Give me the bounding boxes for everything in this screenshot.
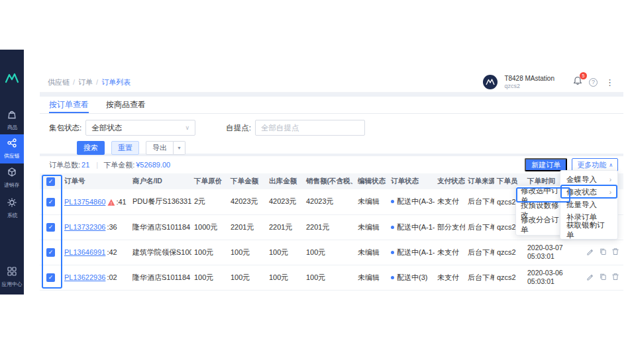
- row-checkbox[interactable]: ✓: [46, 198, 55, 206]
- app-grid-icon: [7, 266, 17, 279]
- sidebar-item-supply-chain[interactable]: 供应链: [0, 134, 24, 163]
- select-all-checkbox[interactable]: ✓: [46, 177, 55, 186]
- header-outbound-amount: 出库金额: [266, 173, 303, 189]
- source-cell: 后台下单: [465, 189, 494, 214]
- warning-icon: !: [107, 199, 115, 206]
- edit-icon[interactable]: [586, 273, 594, 281]
- order-link[interactable]: PL13754860: [64, 198, 105, 206]
- header-sales-amount: 销售额(不含税、运): [303, 173, 355, 189]
- header-merchant: 商户名/ID: [130, 173, 191, 189]
- actions-cell: [580, 265, 623, 290]
- export-button[interactable]: 导出: [146, 141, 174, 155]
- edit-icon[interactable]: [586, 248, 594, 255]
- operator-cell: qzcs2: [494, 240, 525, 265]
- order-link[interactable]: PL13732306: [64, 223, 105, 231]
- merchant-cell: 建筑学院领保S100901: [130, 240, 191, 265]
- tab-by-order[interactable]: 按订单查看: [49, 97, 89, 113]
- original-price-cell: 2元: [191, 189, 228, 214]
- inventory-box-icon: [7, 167, 17, 180]
- supply-chain-icon: [7, 138, 17, 151]
- tab-by-product[interactable]: 按商品查看: [106, 97, 146, 113]
- sidebar-item-app-center[interactable]: 应用中心: [0, 263, 24, 292]
- order-link[interactable]: PL13622936: [64, 273, 105, 281]
- row-checkbox[interactable]: ✓: [46, 248, 55, 257]
- more-functions-button[interactable]: 更多功能 ∧: [572, 158, 618, 171]
- menu-item-fetch-pos-orders[interactable]: 获取银豹订单: [560, 224, 617, 236]
- breadcrumb-order-list: 订单列表: [101, 78, 131, 86]
- header-edit-status: 编辑状态: [355, 173, 388, 189]
- row-checkbox[interactable]: ✓: [46, 273, 55, 282]
- edit-status-cell: 未编辑: [355, 214, 388, 240]
- source-cell: 后台下单: [465, 240, 494, 265]
- kebab-menu-icon[interactable]: ⋮: [604, 77, 615, 87]
- order-time-cell: 2020-03-07 05:03:01: [525, 240, 580, 265]
- order-amount-cell: 2201元: [228, 214, 266, 240]
- sidebar-item-label: 供应链: [4, 152, 19, 159]
- order-amount-cell: 100元: [228, 240, 266, 265]
- delete-icon[interactable]: [611, 273, 619, 281]
- merchant-cell: 隆华酒店S101184: [130, 214, 191, 240]
- copy-icon[interactable]: [599, 273, 607, 281]
- menu-item-modify-status[interactable]: 修改状态›: [560, 186, 617, 199]
- avatar[interactable]: [483, 75, 498, 89]
- order-suffix: :02: [107, 273, 117, 281]
- notification-bell-icon[interactable]: 5: [573, 76, 582, 88]
- row-checkbox[interactable]: ✓: [46, 223, 55, 232]
- user-name: T8428 MAstation: [504, 75, 554, 83]
- header-order-no: 订单号: [62, 173, 130, 189]
- breadcrumb-orders[interactable]: 订单: [78, 78, 93, 86]
- status-dot: [391, 226, 394, 229]
- order-link[interactable]: PL13646991: [64, 248, 105, 256]
- search-button[interactable]: 搜索: [77, 141, 105, 155]
- sidebar: 商品 供应链 进销存 系统 应用中心: [0, 50, 24, 295]
- order-status-cell: 配送中(A-1-1): [388, 214, 435, 240]
- sidebar-item-label: 系统: [7, 212, 17, 219]
- chevron-down-icon: ∨: [185, 124, 190, 131]
- status-dot: [391, 200, 394, 203]
- user-cluster: T8428 MAstation qzcs2 5 ? ⋮: [483, 75, 615, 90]
- user-account: qzcs2: [504, 83, 554, 90]
- outbound-amount-cell: 42023元: [266, 189, 303, 214]
- sidebar-item-system[interactable]: 系统: [0, 194, 24, 223]
- order-total-value: 21: [81, 161, 89, 169]
- topbar: 供应链/订单/订单列表 T8428 MAstation qzcs2 5 ? ⋮: [40, 73, 623, 93]
- summary-buttons: 新建订单 更多功能 ∧: [525, 158, 618, 171]
- header-pay-status: 支付状态: [435, 173, 465, 189]
- copy-icon[interactable]: [599, 248, 607, 255]
- menu-item-kingdee-import[interactable]: 金蝶导入›: [560, 173, 617, 186]
- table-row: ✓ PL13646991:42 建筑学院领保S100901 100元 100元 …: [40, 240, 623, 265]
- sales-amount-cell: 100元: [303, 240, 355, 265]
- export-caret-icon[interactable]: ▼: [174, 141, 185, 155]
- outbound-amount-cell: 100元: [266, 240, 303, 265]
- chevron-up-icon: ∧: [609, 162, 613, 168]
- reset-button[interactable]: 重置: [111, 141, 139, 155]
- app-canvas: 商品 供应链 进销存 系统 应用中心: [0, 0, 630, 364]
- sales-amount-cell: 42023元: [303, 189, 355, 214]
- merchant-cell: PDU餐厅S136331: [130, 189, 191, 214]
- pay-status-cell: 部分支付: [435, 214, 465, 240]
- merchant-cell: 隆华酒店S101184: [130, 265, 191, 290]
- sidebar-item-inventory[interactable]: 进销存: [0, 163, 24, 193]
- sales-amount-cell: 2201元: [303, 214, 355, 240]
- delete-icon[interactable]: [611, 248, 619, 255]
- package-status-select[interactable]: 全部状态 ∨: [85, 120, 195, 136]
- summary-separator: |: [96, 161, 98, 169]
- submenu-arrow-icon: ›: [609, 176, 611, 183]
- menu-item-batch-import[interactable]: 批量导入: [560, 199, 617, 211]
- more-functions-menu: 金蝶导入› 修改状态› 批量导入 补录订单 获取银豹订单: [560, 170, 618, 240]
- breadcrumb: 供应链/订单/订单列表: [48, 77, 131, 87]
- order-total-label: 订单总数:: [49, 160, 80, 170]
- logo-icon: [5, 72, 19, 84]
- user-info[interactable]: T8428 MAstation qzcs2: [504, 75, 554, 90]
- pickup-point-input[interactable]: [255, 120, 365, 136]
- package-status-label: 集包状态:: [49, 123, 81, 133]
- new-order-button[interactable]: 新建订单: [525, 158, 567, 171]
- help-icon[interactable]: ?: [589, 78, 598, 87]
- filter-card: 按订单查看 按商品查看 集包状态: 全部状态 ∨ 自提点: 搜索 重置 导出 ▼: [40, 97, 623, 154]
- breadcrumb-supply-chain[interactable]: 供应链: [48, 78, 70, 86]
- order-amount-value: ¥52689.00: [136, 161, 170, 169]
- sales-amount-cell: 100元: [303, 265, 355, 290]
- view-tabs: 按订单查看 按商品查看: [40, 97, 623, 114]
- sidebar-item-products[interactable]: 商品: [0, 106, 24, 135]
- source-cell: 后台下单: [465, 265, 494, 290]
